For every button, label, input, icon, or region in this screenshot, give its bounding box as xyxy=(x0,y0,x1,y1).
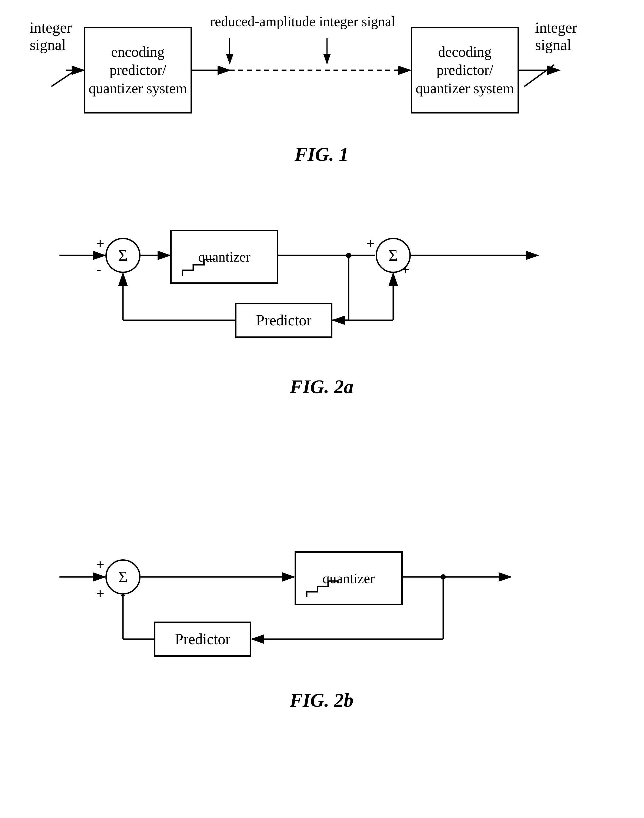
fig2a-staircase-svg xyxy=(180,257,228,278)
fig2a-label: FIG. 2a xyxy=(16,375,627,398)
svg-point-41 xyxy=(440,574,446,580)
fig2a-minus1: - xyxy=(96,261,101,278)
fig2b-staircase-svg xyxy=(304,578,353,600)
fig2a-predictor: Predictor xyxy=(235,303,333,338)
fig2b-diagram: Σ + + Predictor quantizer xyxy=(51,535,592,686)
fig2a-plus1: + xyxy=(96,234,104,251)
fig1-box1: encoding predictor/ quantizer system xyxy=(84,27,192,113)
fig1-box2: decoding predictor/ quantizer system xyxy=(411,27,519,113)
fig2b-quantizer: quantizer xyxy=(294,551,403,605)
fig2b-plus2: + xyxy=(96,585,104,602)
fig2a-container: Σ + - quantizer Σ + + Predictor xyxy=(16,211,627,398)
fig2a-quantizer: quantizer xyxy=(170,230,278,284)
fig2a-plus3: + xyxy=(401,261,410,278)
fig2b-predictor: Predictor xyxy=(154,622,251,657)
fig1-container: integer signal encoding predictor/ quant… xyxy=(16,11,627,165)
page: integer signal encoding predictor/ quant… xyxy=(0,0,644,818)
fig2a-plus2: + xyxy=(366,234,374,251)
fig2b-label: FIG. 2b xyxy=(16,689,627,712)
fig2a-diagram: Σ + - quantizer Σ + + Predictor xyxy=(51,211,592,373)
fig2b-summer1: Σ xyxy=(106,559,141,594)
svg-line-2 xyxy=(51,70,76,86)
fig2a-summer1: Σ xyxy=(106,238,141,273)
fig1-output-label: integer signal xyxy=(535,19,589,54)
svg-point-28 xyxy=(346,253,351,258)
svg-line-8 xyxy=(524,65,554,86)
fig1-input-label: integer signal xyxy=(30,19,78,54)
fig1-label: FIG. 1 xyxy=(16,143,627,165)
fig2b-plus1: + xyxy=(96,556,104,573)
fig2b-container: Σ + + Predictor quantizer xyxy=(16,535,627,712)
fig2a-svg xyxy=(51,211,592,373)
fig1-diagram: integer signal encoding predictor/ quant… xyxy=(25,11,619,141)
fig1-middle-label: reduced-amplitude integer signal xyxy=(208,14,397,29)
